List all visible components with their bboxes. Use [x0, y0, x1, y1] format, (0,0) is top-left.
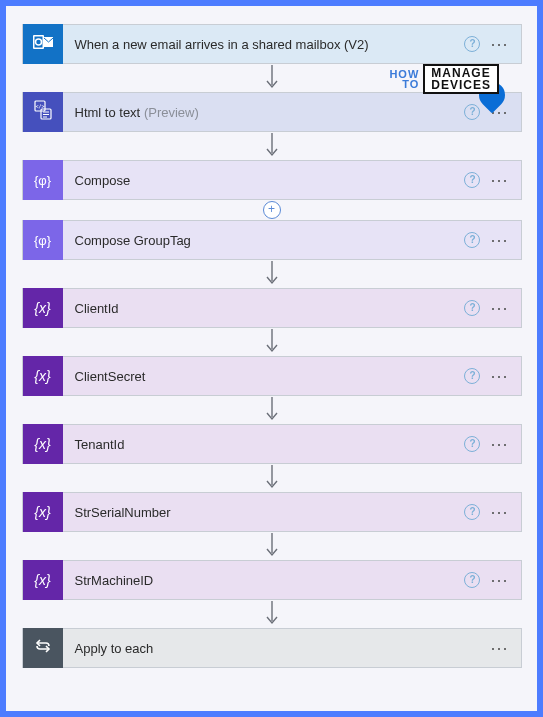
more-menu-icon[interactable]: ··· [490, 304, 508, 312]
wm-devices: DEVICES [431, 79, 491, 91]
more-menu-icon[interactable]: ··· [490, 372, 508, 380]
step-icon-box [23, 288, 63, 328]
step-actions: ?··· [464, 504, 520, 520]
outlook-icon [32, 31, 54, 57]
step-icon-box [23, 424, 63, 464]
compose-icon [34, 171, 51, 189]
flow-container: When a new email arrives in a shared mai… [16, 24, 527, 668]
more-menu-icon[interactable]: ··· [490, 508, 508, 516]
connector-arrow [265, 132, 279, 160]
connector-arrow [265, 464, 279, 492]
step-icon-box [23, 628, 63, 668]
step-actions: ?··· [464, 36, 520, 52]
step-label: StrSerialNumber [63, 505, 465, 520]
help-icon[interactable]: ? [464, 104, 480, 120]
add-step-button[interactable]: + [263, 201, 281, 219]
step-label-text: Html to text [75, 105, 141, 120]
step-label-text: TenantId [75, 437, 125, 452]
help-icon[interactable]: ? [464, 172, 480, 188]
add-step-zone: + [16, 200, 527, 220]
help-icon[interactable]: ? [464, 504, 480, 520]
step-label-text: When a new email arrives in a shared mai… [75, 37, 369, 52]
connector-arrow [265, 64, 279, 92]
step-icon-box [23, 160, 63, 200]
apply-to-each-icon [33, 636, 53, 660]
connector-arrow [265, 532, 279, 560]
variable-icon [34, 299, 50, 317]
wm-to: TO [389, 79, 419, 89]
step-label: StrMachineID [63, 573, 465, 588]
connector-arrow [265, 328, 279, 356]
flow-step[interactable]: ClientId?··· [22, 288, 522, 328]
flow-step[interactable]: When a new email arrives in a shared mai… [22, 24, 522, 64]
step-label-text: StrSerialNumber [75, 505, 171, 520]
step-icon-box: </> [23, 92, 63, 132]
more-menu-icon[interactable]: ··· [490, 236, 508, 244]
help-icon[interactable]: ? [464, 572, 480, 588]
svg-text:</>: </> [35, 103, 44, 109]
help-icon[interactable]: ? [464, 368, 480, 384]
step-actions: ?··· [464, 232, 520, 248]
step-icon-box [23, 560, 63, 600]
step-icon-box [23, 24, 63, 64]
watermark: HOW TO MANAGE DEVICES [389, 64, 499, 94]
step-icon-box [23, 492, 63, 532]
more-menu-icon[interactable]: ··· [490, 644, 508, 652]
step-label-text: Apply to each [75, 641, 154, 656]
step-label-text: Compose [75, 173, 131, 188]
connector-arrow [265, 260, 279, 288]
more-menu-icon[interactable]: ··· [490, 176, 508, 184]
flow-step[interactable]: Compose?··· [22, 160, 522, 200]
step-label: ClientId [63, 301, 465, 316]
step-label: Compose GroupTag [63, 233, 465, 248]
variable-icon [34, 435, 50, 453]
step-label-text: StrMachineID [75, 573, 154, 588]
flow-step[interactable]: Apply to each··· [22, 628, 522, 668]
flow-step[interactable]: StrMachineID?··· [22, 560, 522, 600]
step-actions: ··· [490, 644, 520, 652]
help-icon[interactable]: ? [464, 232, 480, 248]
flow-canvas: HOW TO MANAGE DEVICES When a new email a… [0, 0, 543, 717]
step-actions: ?··· [464, 300, 520, 316]
step-preview-text: (Preview) [144, 105, 199, 120]
more-menu-icon[interactable]: ··· [490, 576, 508, 584]
flow-step[interactable]: ClientSecret?··· [22, 356, 522, 396]
help-icon[interactable]: ? [464, 300, 480, 316]
step-label: When a new email arrives in a shared mai… [63, 37, 465, 52]
step-icon-box [23, 220, 63, 260]
variable-icon [34, 367, 50, 385]
step-label: Apply to each [63, 641, 491, 656]
step-actions: ?··· [464, 368, 520, 384]
step-label: Html to text (Preview) [63, 105, 465, 120]
connector-arrow [265, 600, 279, 628]
flow-step[interactable]: Compose GroupTag?··· [22, 220, 522, 260]
more-menu-icon[interactable]: ··· [490, 40, 508, 48]
step-icon-box [23, 356, 63, 396]
html-to-text-icon: </> [32, 99, 54, 125]
help-icon[interactable]: ? [464, 436, 480, 452]
step-label-text: ClientId [75, 301, 119, 316]
help-icon[interactable]: ? [464, 36, 480, 52]
more-menu-icon[interactable]: ··· [490, 440, 508, 448]
compose-icon [34, 231, 51, 249]
step-actions: ?··· [464, 436, 520, 452]
variable-icon [34, 571, 50, 589]
connector-arrow [265, 396, 279, 424]
step-actions: ?··· [464, 172, 520, 188]
step-label: TenantId [63, 437, 465, 452]
step-label: ClientSecret [63, 369, 465, 384]
variable-icon [34, 503, 50, 521]
step-actions: ?··· [464, 572, 520, 588]
flow-step[interactable]: TenantId?··· [22, 424, 522, 464]
step-label-text: Compose GroupTag [75, 233, 191, 248]
step-label-text: ClientSecret [75, 369, 146, 384]
step-label: Compose [63, 173, 465, 188]
flow-step[interactable]: </>Html to text (Preview)?··· [22, 92, 522, 132]
flow-step[interactable]: StrSerialNumber?··· [22, 492, 522, 532]
